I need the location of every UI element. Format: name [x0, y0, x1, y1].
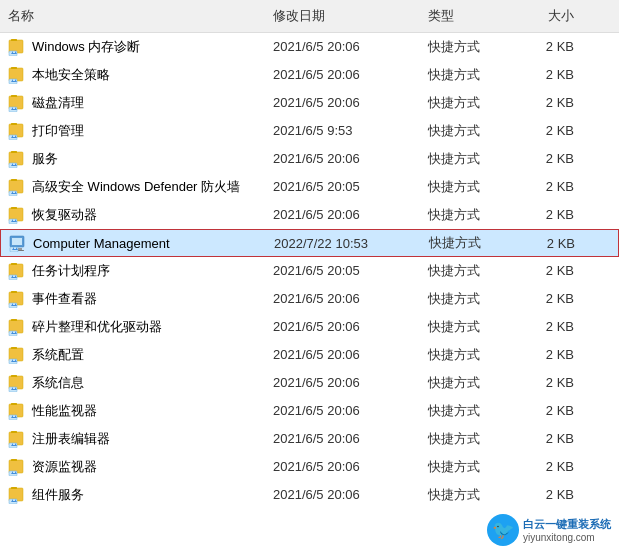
file-name-text: 任务计划程序	[32, 262, 110, 280]
table-row[interactable]: 任务计划程序2021/6/5 20:05快捷方式2 KB	[0, 257, 619, 285]
file-size-cell: 2 KB	[520, 457, 590, 476]
file-name-cell: 系统信息	[0, 372, 265, 394]
file-icon	[8, 318, 26, 336]
watermark-site-name: 白云一键重装系统	[523, 517, 611, 532]
file-rows: Windows 内存诊断2021/6/5 20:06快捷方式2 KB 本地安全策…	[0, 33, 619, 509]
header-name[interactable]: 名称	[0, 3, 265, 29]
table-row[interactable]: 注册表编辑器2021/6/5 20:06快捷方式2 KB	[0, 425, 619, 453]
file-name-text: 碎片整理和优化驱动器	[32, 318, 162, 336]
table-row[interactable]: 恢复驱动器2021/6/5 20:06快捷方式2 KB	[0, 201, 619, 229]
file-icon	[8, 458, 26, 476]
table-row[interactable]: 系统配置2021/6/5 20:06快捷方式2 KB	[0, 341, 619, 369]
watermark-label: 白云一键重装系统 yiyunxitong.com	[523, 517, 611, 543]
file-icon	[8, 66, 26, 84]
file-size-cell: 2 KB	[520, 121, 590, 140]
file-size-cell: 2 KB	[520, 261, 590, 280]
file-type-cell: 快捷方式	[420, 92, 520, 114]
table-header: 名称 修改日期 类型 大小	[0, 0, 619, 33]
file-date-cell: 2021/6/5 20:06	[265, 457, 420, 476]
table-row[interactable]: 碎片整理和优化驱动器2021/6/5 20:06快捷方式2 KB	[0, 313, 619, 341]
file-type-cell: 快捷方式	[420, 148, 520, 170]
file-name-cell: 资源监视器	[0, 456, 265, 478]
file-date-cell: 2021/6/5 20:06	[265, 401, 420, 420]
file-date-cell: 2021/6/5 20:05	[265, 261, 420, 280]
file-name-text: Windows 内存诊断	[32, 38, 140, 56]
file-type-cell: 快捷方式	[420, 372, 520, 394]
table-row[interactable]: 组件服务2021/6/5 20:06快捷方式2 KB	[0, 481, 619, 509]
file-date-cell: 2021/6/5 20:06	[265, 485, 420, 504]
svg-rect-39	[11, 375, 17, 377]
file-type-cell: 快捷方式	[420, 36, 520, 58]
file-size-cell: 2 KB	[520, 289, 590, 308]
file-icon	[8, 94, 26, 112]
svg-rect-7	[11, 95, 17, 97]
file-name-text: 恢复驱动器	[32, 206, 97, 224]
file-date-cell: 2021/6/5 20:06	[265, 93, 420, 112]
file-icon	[8, 38, 26, 56]
svg-rect-16	[11, 179, 17, 181]
svg-rect-48	[11, 459, 17, 461]
svg-rect-33	[11, 319, 17, 321]
table-row[interactable]: 磁盘清理2021/6/5 20:06快捷方式2 KB	[0, 89, 619, 117]
table-row[interactable]: 服务2021/6/5 20:06快捷方式2 KB	[0, 145, 619, 173]
table-row[interactable]: 系统信息2021/6/5 20:06快捷方式2 KB	[0, 369, 619, 397]
svg-rect-1	[11, 39, 17, 41]
file-date-cell: 2021/6/5 20:06	[265, 37, 420, 56]
file-type-cell: 快捷方式	[420, 344, 520, 366]
file-name-text: 磁盘清理	[32, 94, 84, 112]
file-name-cell: 系统配置	[0, 344, 265, 366]
file-size-cell: 2 KB	[520, 401, 590, 420]
file-name-text: 系统配置	[32, 346, 84, 364]
file-size-cell: 2 KB	[521, 234, 591, 253]
svg-rect-51	[11, 487, 17, 489]
svg-rect-4	[11, 67, 17, 69]
file-type-cell: 快捷方式	[420, 428, 520, 450]
file-name-text: 打印管理	[32, 122, 84, 140]
file-date-cell: 2022/7/22 10:53	[266, 234, 421, 253]
file-name-cell: 恢复驱动器	[0, 204, 265, 226]
file-icon	[8, 374, 26, 392]
file-name-cell: 注册表编辑器	[0, 428, 265, 450]
file-date-cell: 2021/6/5 20:06	[265, 345, 420, 364]
table-row[interactable]: 事件查看器2021/6/5 20:06快捷方式2 KB	[0, 285, 619, 313]
file-name-cell: 任务计划程序	[0, 260, 265, 282]
file-date-cell: 2021/6/5 20:06	[265, 65, 420, 84]
file-type-cell: 快捷方式	[421, 232, 521, 254]
file-icon	[8, 262, 26, 280]
file-name-text: 本地安全策略	[32, 66, 110, 84]
file-name-cell: 组件服务	[0, 484, 265, 506]
svg-rect-30	[11, 291, 17, 293]
header-size[interactable]: 大小	[520, 3, 590, 29]
file-name-cell: 事件查看器	[0, 288, 265, 310]
file-type-cell: 快捷方式	[420, 64, 520, 86]
file-list: 名称 修改日期 类型 大小 Windows 内存诊断2021/6/5 20:06…	[0, 0, 619, 509]
file-name-cell: Windows 内存诊断	[0, 36, 265, 58]
file-date-cell: 2021/6/5 20:06	[265, 317, 420, 336]
file-size-cell: 2 KB	[520, 37, 590, 56]
table-row[interactable]: 本地安全策略2021/6/5 20:06快捷方式2 KB	[0, 61, 619, 89]
file-date-cell: 2021/6/5 20:06	[265, 205, 420, 224]
file-size-cell: 2 KB	[520, 485, 590, 504]
file-date-cell: 2021/6/5 20:06	[265, 149, 420, 168]
table-row[interactable]: 打印管理2021/6/5 9:53快捷方式2 KB	[0, 117, 619, 145]
table-row[interactable]: Windows 内存诊断2021/6/5 20:06快捷方式2 KB	[0, 33, 619, 61]
file-date-cell: 2021/6/5 20:05	[265, 177, 420, 196]
file-name-cell: Computer Management	[1, 232, 266, 254]
table-row[interactable]: 资源监视器2021/6/5 20:06快捷方式2 KB	[0, 453, 619, 481]
file-icon	[8, 486, 26, 504]
svg-rect-36	[11, 347, 17, 349]
svg-rect-10	[11, 123, 17, 125]
file-icon	[8, 150, 26, 168]
header-date[interactable]: 修改日期	[265, 3, 420, 29]
table-row[interactable]: 高级安全 Windows Defender 防火墙2021/6/5 20:05快…	[0, 173, 619, 201]
file-type-cell: 快捷方式	[420, 204, 520, 226]
header-type[interactable]: 类型	[420, 3, 520, 29]
table-row[interactable]: 性能监视器2021/6/5 20:06快捷方式2 KB	[0, 397, 619, 425]
file-icon	[8, 346, 26, 364]
file-name-text: 性能监视器	[32, 402, 97, 420]
table-row[interactable]: Computer Management2022/7/22 10:53快捷方式2 …	[0, 229, 619, 257]
file-date-cell: 2021/6/5 9:53	[265, 121, 420, 140]
file-list-container: 名称 修改日期 类型 大小 Windows 内存诊断2021/6/5 20:06…	[0, 0, 619, 509]
file-name-cell: 高级安全 Windows Defender 防火墙	[0, 176, 265, 198]
file-name-text: 注册表编辑器	[32, 430, 110, 448]
